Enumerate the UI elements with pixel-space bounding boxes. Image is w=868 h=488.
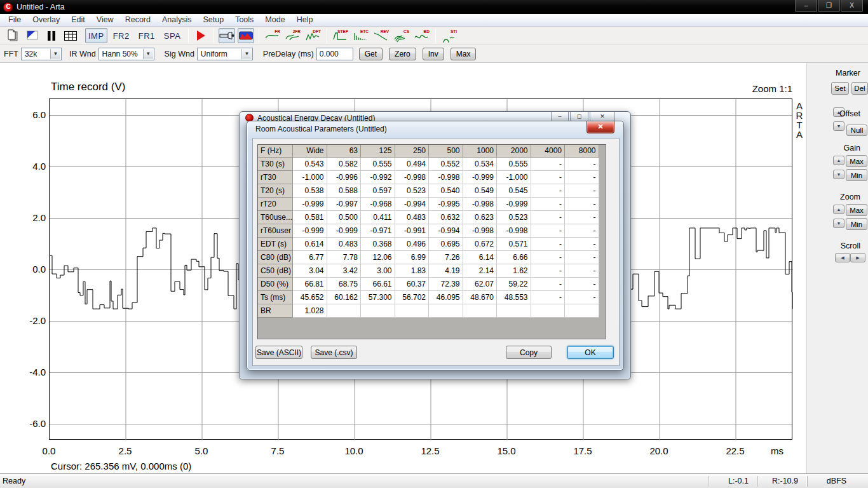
mode-button-fr2[interactable]: FR2 (110, 28, 133, 43)
ir-wnd-select[interactable]: Hann 50% ▼ (98, 48, 154, 60)
save-csv-button[interactable]: Save (.csv) (311, 346, 357, 359)
table-cell: -0.971 (361, 224, 395, 238)
y-tick-label: 4.0 (17, 161, 46, 172)
menu-bar: FileOverlayEditViewRecordAnalysisSetupTo… (0, 14, 868, 27)
table-cell: 0.571 (497, 238, 531, 251)
inv-button[interactable]: Inv (423, 48, 444, 60)
table-view-button[interactable] (62, 28, 79, 43)
close-icon[interactable]: X (841, 0, 863, 12)
x-tick-label: 17.5 (569, 445, 597, 456)
table-cell: - (565, 278, 599, 291)
table-cell: 0.483 (327, 238, 362, 251)
table-cell: -0.996 (327, 171, 362, 184)
zoom-max-button[interactable]: Max (846, 204, 867, 216)
sti-analysis-button[interactable]: STI (440, 28, 458, 43)
toolbar-separator (435, 29, 436, 43)
arta-logo-icon (3, 3, 13, 12)
cs-analysis-button[interactable]: CS (393, 28, 410, 43)
table-row-header: BR (258, 304, 293, 318)
x-tick-label: 22.5 (721, 445, 749, 456)
menu-item-view[interactable]: View (91, 14, 119, 26)
new-file-button[interactable] (5, 28, 22, 43)
scroll-left-icon[interactable]: ◀ (835, 253, 850, 262)
dialog-client-area: F (Hz)Wide631252505001000200040008000T30… (252, 138, 620, 366)
menu-item-analysis[interactable]: Analysis (156, 14, 198, 26)
arta-brand-vertical: ARTA (795, 101, 804, 139)
table-cell: 0.538 (293, 184, 327, 198)
predelay-input[interactable]: 0.000 (316, 48, 353, 60)
table-cell (565, 304, 599, 318)
menu-item-overlay[interactable]: Overlay (27, 14, 65, 26)
2fr-analysis-button[interactable]: 2FR (284, 28, 302, 43)
table-cell: 0.368 (361, 238, 395, 251)
table-cell: - (531, 238, 566, 251)
mode-button-imp[interactable]: IMP (85, 28, 107, 43)
generator-toggle-button[interactable] (219, 28, 235, 43)
fft-select[interactable]: 32k ▼ (21, 48, 62, 60)
pause-button[interactable] (43, 28, 60, 43)
table-cell: - (565, 264, 599, 278)
menu-item-edit[interactable]: Edit (65, 14, 91, 26)
step-analysis-button[interactable]: STEP (332, 28, 349, 43)
offset-null-button[interactable]: Null (846, 125, 867, 136)
zoom-label: Zoom (840, 193, 860, 201)
gain-down-icon[interactable]: ▼ (833, 170, 844, 179)
copy-button[interactable]: Copy (506, 346, 552, 359)
y-tick-label: 6.0 (17, 109, 46, 120)
table-cell (327, 304, 362, 318)
etc-analysis-button[interactable]: ETC (352, 28, 370, 43)
table-cell: -0.992 (361, 171, 395, 184)
table-cell: - (565, 158, 599, 171)
x-tick-label: 0.0 (35, 445, 63, 456)
chevron-down-icon: ▼ (143, 49, 153, 59)
gain-min-button[interactable]: Min (846, 169, 867, 181)
rev-analysis-button[interactable]: REV (372, 28, 390, 43)
play-icon[interactable] (197, 30, 205, 41)
zoom-down-icon[interactable]: ▼ (833, 219, 844, 228)
zero-button[interactable]: Zero (389, 48, 416, 60)
bd-analysis-button[interactable]: BD (413, 28, 431, 43)
fr-analysis-icon: FR (264, 29, 281, 43)
menu-item-setup[interactable]: Setup (198, 14, 230, 26)
scroll-right-icon[interactable]: ▶ (850, 253, 865, 262)
sig-wnd-select[interactable]: Uniform ▼ (197, 48, 253, 60)
get-button[interactable]: Get (359, 48, 383, 60)
table-cell: -0.999 (293, 198, 327, 211)
menu-item-record[interactable]: Record (119, 14, 156, 26)
dft-analysis-button[interactable]: DFT (304, 28, 322, 43)
fr-analysis-button[interactable]: FR (264, 28, 281, 43)
marker-label: Marker (836, 69, 860, 78)
menu-item-mode[interactable]: Mode (259, 14, 290, 26)
table-cell: - (565, 198, 599, 211)
zoom-min-button[interactable]: Min (846, 218, 867, 230)
offset-down-icon[interactable]: ▼ (833, 121, 844, 131)
save-ascii-button[interactable]: Save (ASCII) (255, 346, 302, 359)
close-icon[interactable]: ✕ (587, 121, 614, 133)
marker-set-button[interactable]: Set (831, 82, 849, 95)
svg-text:STEP: STEP (337, 29, 349, 34)
table-cell: 0.549 (463, 184, 498, 198)
gain-up-icon[interactable]: ▲ (833, 156, 844, 165)
table-cell: - (531, 184, 566, 198)
zoom-up-icon[interactable]: ▲ (833, 205, 844, 214)
svg-text:BD: BD (424, 29, 430, 34)
minimize-icon[interactable]: – (795, 0, 817, 12)
menu-item-file[interactable]: File (3, 14, 27, 26)
ok-button[interactable]: OK (567, 346, 614, 359)
table-column-header: Wide (293, 145, 327, 158)
menu-item-tools[interactable]: Tools (229, 14, 259, 26)
restore-icon[interactable]: ❐ (818, 0, 840, 12)
record-signal-button[interactable] (24, 28, 41, 43)
table-column-header: 8000 (565, 145, 599, 158)
signal-view-toggle-button[interactable] (238, 28, 254, 43)
table-cell: 1.028 (293, 304, 327, 318)
menu-item-help[interactable]: Help (291, 14, 319, 26)
pause-icon (47, 31, 56, 41)
max-button[interactable]: Max (451, 48, 477, 60)
marker-del-button[interactable]: Del (851, 82, 868, 95)
gain-max-button[interactable]: Max (846, 155, 867, 167)
mode-button-fr1[interactable]: FR1 (135, 28, 158, 43)
svg-text:DFT: DFT (313, 29, 322, 34)
mode-button-spa[interactable]: SPA (161, 28, 184, 43)
table-cell: 3.42 (327, 264, 362, 278)
